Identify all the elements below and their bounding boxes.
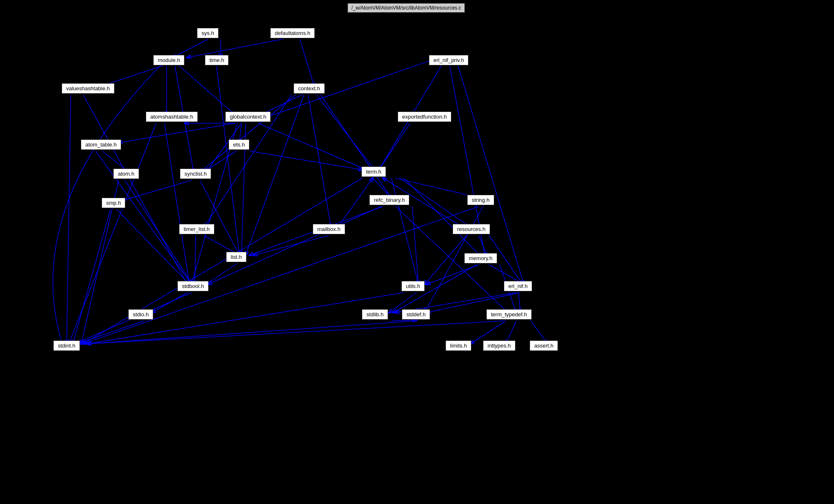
svg-line-56 — [458, 66, 524, 284]
svg-line-3 — [187, 39, 283, 57]
path-label: /_w/AtomVM/AtomVM/src/libAtomVM/resource… — [348, 3, 465, 12]
node-synclist-h: synclist.h — [180, 169, 211, 179]
svg-line-67 — [67, 95, 71, 344]
svg-line-50 — [87, 321, 504, 344]
svg-line-29 — [400, 178, 471, 227]
node-erl-nif-priv-h: erl_nif_priv.h — [429, 55, 468, 65]
node-atomshashtable-h: atomshashtable.h — [146, 112, 198, 122]
svg-line-57 — [379, 123, 410, 170]
node-erl-nif-h: erl_nif.h — [504, 281, 532, 291]
node-resources-h: resources.h — [453, 224, 490, 234]
svg-line-12 — [321, 95, 391, 198]
node-stdio-h: stdio.h — [128, 309, 153, 320]
node-stddef-h: stddef.h — [402, 309, 430, 320]
svg-line-2 — [300, 39, 314, 87]
node-string-h: string.h — [467, 195, 494, 205]
node-atom-table-h: atom_table.h — [81, 139, 121, 150]
node-defaultatoms-h: defaultatoms.h — [270, 28, 315, 38]
node-limits-h: limits.h — [446, 340, 471, 351]
node-inttypes-h: inttypes.h — [483, 340, 515, 351]
node-term-h: term.h — [361, 166, 386, 177]
svg-line-62 — [391, 320, 416, 321]
node-refc-binary-h: refc_binary.h — [369, 195, 409, 205]
node-time-h: time.h — [205, 55, 229, 65]
node-globalcontext-h: globalcontext.h — [225, 112, 271, 122]
node-utils-h: utils.h — [401, 281, 425, 291]
node-context-h: context.h — [294, 83, 325, 94]
svg-line-14 — [119, 123, 235, 143]
svg-line-76 — [83, 206, 479, 344]
svg-line-37 — [337, 178, 373, 228]
node-term-typedef-h: term_typedef.h — [486, 309, 532, 320]
svg-line-6 — [179, 66, 235, 115]
node-sys-h: sys.h — [197, 28, 219, 38]
node-valueshashtable-h: valueshashtable.h — [62, 83, 115, 94]
node-stdbool-h: stdbool.h — [177, 281, 209, 291]
svg-line-16 — [258, 123, 366, 170]
svg-line-36 — [254, 236, 329, 255]
node-ets-h: ets.h — [229, 139, 249, 150]
svg-line-70 — [73, 209, 110, 344]
svg-line-43 — [206, 263, 237, 284]
node-stdint-h: stdint.h — [53, 340, 80, 351]
node-timer-list-h: timer_list.h — [179, 224, 214, 234]
svg-line-26 — [117, 209, 189, 284]
node-stdlib-h: stdlib.h — [362, 309, 388, 320]
svg-line-66 — [83, 95, 187, 284]
node-list-h: list.h — [226, 252, 246, 262]
node-module-h: module.h — [153, 55, 184, 65]
svg-line-7 — [217, 66, 239, 255]
node-exportedfunction-h: exportedfunction.h — [398, 112, 451, 122]
svg-line-61 — [87, 321, 416, 344]
node-mailbox-h: mailbox.h — [313, 224, 345, 234]
node-smp-h: smp.h — [102, 198, 125, 208]
node-memory-h: memory.h — [464, 253, 497, 263]
node-assert-h: assert.h — [530, 340, 558, 351]
svg-line-9 — [316, 95, 375, 170]
node-atom-h: atom.h — [113, 169, 139, 179]
